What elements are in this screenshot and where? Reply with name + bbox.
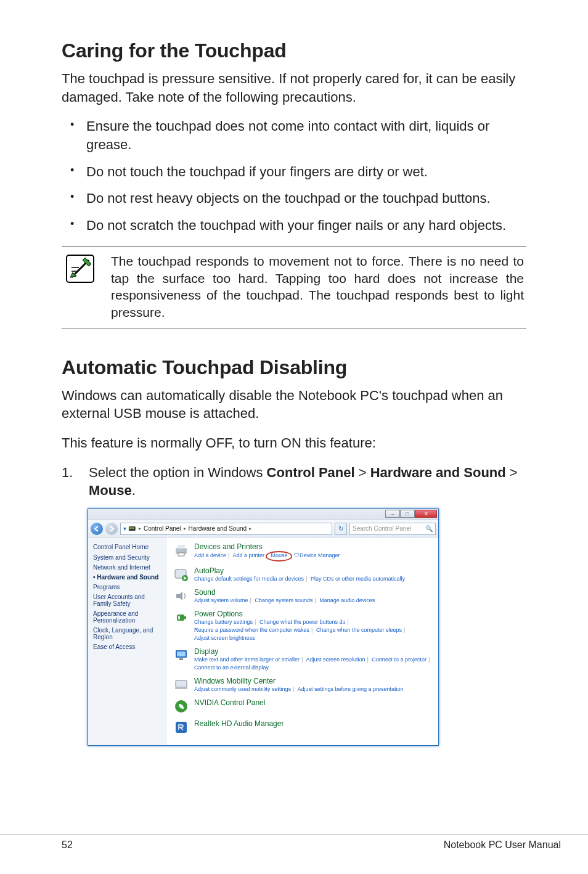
category-power-options: Power Options Change battery settings| C…: [173, 610, 432, 642]
note-text: The touchpad responds to movement not to…: [111, 253, 524, 321]
svg-rect-3: [178, 553, 184, 556]
category-title[interactable]: AutoPlay: [194, 566, 432, 575]
close-button[interactable]: ✕: [415, 510, 437, 518]
link-adjust-volume[interactable]: Adjust system volume: [194, 597, 248, 603]
search-placeholder: Search Control Panel: [353, 525, 411, 532]
link-mobility-settings[interactable]: Adjust commonly used mobility settings: [194, 686, 291, 692]
auto-p2: This feature is normally OFF, to turn ON…: [62, 434, 526, 452]
category-title[interactable]: Devices and Printers: [194, 542, 432, 551]
category-title[interactable]: Windows Mobility Center: [194, 677, 432, 685]
link-play-cds[interactable]: Play CDs or other media automatically: [311, 576, 405, 582]
breadcrumb[interactable]: ▾ 📟 ▸ Control Panel ▸ Hardware and Sound…: [120, 523, 332, 535]
minimize-button[interactable]: –: [385, 510, 400, 518]
sidebar-item-ease-of-access[interactable]: Ease of Access: [93, 643, 162, 650]
search-input[interactable]: Search Control Panel 🔍: [349, 523, 436, 535]
realtek-icon: [173, 719, 189, 735]
step-bold: Hardware and Sound: [370, 465, 506, 480]
step-text: Select the option in Windows: [89, 465, 267, 480]
category-title[interactable]: NVIDIA Control Panel: [194, 698, 432, 707]
link-device-manager[interactable]: Device Manager: [300, 552, 340, 558]
speaker-icon: [173, 588, 189, 604]
link-connect-projector[interactable]: Connect to a projector: [372, 656, 427, 663]
link-require-password[interactable]: Require a password when the computer wak…: [194, 627, 309, 633]
link-presentation-settings[interactable]: Adjust settings before giving a presenta…: [297, 686, 403, 692]
svg-rect-8: [178, 616, 180, 619]
category-realtek: Realtek HD Audio Manager: [173, 719, 432, 735]
link-computer-sleeps[interactable]: Change when the computer sleeps: [316, 627, 402, 633]
sidebar-home[interactable]: Control Panel Home: [93, 544, 162, 550]
nav-bar: ▾ 📟 ▸ Control Panel ▸ Hardware and Sound…: [88, 520, 438, 537]
link-add-printer[interactable]: Add a printer: [232, 552, 264, 558]
heading-auto-disable: Automatic Touchpad Disabling: [62, 356, 526, 379]
page-footer: 52 Notebook PC User Manual: [0, 834, 588, 851]
step-sep: >: [506, 465, 518, 480]
category-nvidia: NVIDIA Control Panel: [173, 698, 432, 714]
category-title[interactable]: Power Options: [194, 610, 432, 618]
category-display: Display Make text and other items larger…: [173, 647, 432, 672]
window-titlebar: – □ ✕: [88, 509, 438, 520]
main-content: Devices and Printers Add a device| Add a…: [167, 537, 438, 745]
crumb-item[interactable]: Control Panel: [144, 525, 181, 532]
sidebar-item-clock-language[interactable]: Clock, Language, and Region: [93, 627, 162, 640]
nvidia-icon: [173, 698, 189, 714]
forward-button[interactable]: [105, 523, 118, 535]
link-add-device[interactable]: Add a device: [194, 552, 226, 558]
back-button[interactable]: [91, 523, 103, 535]
sidebar-item-hardware-sound[interactable]: Hardware and Sound: [93, 574, 162, 581]
category-title[interactable]: Realtek HD Audio Manager: [194, 719, 432, 728]
mobility-icon: [173, 677, 189, 693]
book-title: Notebook PC User Manual: [444, 839, 561, 851]
auto-p1: Windows can automatically disable the No…: [62, 386, 526, 423]
note-icon: [64, 253, 99, 321]
category-title[interactable]: Display: [194, 647, 432, 656]
category-autoplay: AutoPlay Change default settings for med…: [173, 566, 432, 583]
step-1: 1. Select the option in Windows Control …: [62, 464, 526, 500]
category-sound: Sound Adjust system volume| Change syste…: [173, 588, 432, 605]
sidebar-item-programs[interactable]: Programs: [93, 584, 162, 590]
maximize-button[interactable]: □: [400, 510, 415, 518]
category-title[interactable]: Sound: [194, 588, 432, 597]
link-power-buttons[interactable]: Change what the power buttons do: [259, 619, 346, 625]
svg-rect-10: [177, 651, 186, 656]
autoplay-icon: [173, 566, 189, 582]
svg-rect-12: [176, 680, 187, 687]
category-mobility-center: Windows Mobility Center Adjust commonly …: [173, 677, 432, 693]
printer-icon: [173, 542, 189, 558]
link-battery-settings[interactable]: Change battery settings: [194, 619, 253, 625]
link-text-size[interactable]: Make text and other items larger or smal…: [194, 656, 300, 663]
link-screen-resolution[interactable]: Adjust screen resolution: [306, 656, 365, 663]
precautions-list: Ensure the touchpad does not come into c…: [62, 117, 526, 234]
link-mouse-circled[interactable]: Mouse: [266, 551, 292, 562]
link-external-display[interactable]: Connect to an external display: [194, 664, 269, 671]
sidebar-item-appearance[interactable]: Appearance and Personalization: [93, 610, 162, 624]
list-item: Do not rest heavy objects on the touchpa…: [62, 189, 526, 208]
link-change-sounds[interactable]: Change system sounds: [255, 597, 312, 603]
intro-paragraph: The touchpad is pressure sensitive. If n…: [62, 70, 526, 106]
battery-icon: [173, 610, 189, 626]
link-screen-brightness[interactable]: Adjust screen brightness: [194, 635, 255, 641]
svg-rect-6: [177, 615, 184, 621]
sidebar-item-network[interactable]: Network and Internet: [93, 564, 162, 571]
sidebar-item-user-accounts[interactable]: User Accounts and Family Safety: [93, 594, 162, 607]
sidebar-item-system-security[interactable]: System and Security: [93, 554, 162, 561]
step-end: .: [132, 483, 136, 498]
link-manage-audio[interactable]: Manage audio devices: [319, 597, 375, 603]
refresh-icon[interactable]: ↻: [335, 523, 347, 535]
heading-caring: Caring for the Touchpad: [62, 39, 526, 62]
svg-rect-2: [178, 545, 185, 549]
step-bold: Mouse: [89, 483, 132, 498]
sidebar: Control Panel Home System and Security N…: [88, 537, 167, 745]
control-panel-window: – □ ✕ ▾ 📟 ▸ Control Panel ▸ Hardware and…: [88, 508, 439, 746]
search-icon: 🔍: [425, 525, 433, 532]
list-item: Do not scratch the touchpad with your fi…: [62, 216, 526, 235]
step-bold: Control Panel: [267, 465, 355, 480]
link-change-media-defaults[interactable]: Change default settings for media or dev…: [194, 576, 304, 582]
note-callout: The touchpad responds to movement not to…: [62, 246, 526, 329]
list-item: Ensure the touchpad does not come into c…: [62, 117, 526, 153]
svg-rect-11: [179, 658, 183, 660]
svg-rect-7: [184, 616, 186, 619]
category-devices-printers: Devices and Printers Add a device| Add a…: [173, 542, 432, 562]
step-sep: >: [355, 465, 370, 480]
crumb-item[interactable]: Hardware and Sound: [189, 525, 247, 532]
svg-rect-13: [175, 687, 187, 689]
